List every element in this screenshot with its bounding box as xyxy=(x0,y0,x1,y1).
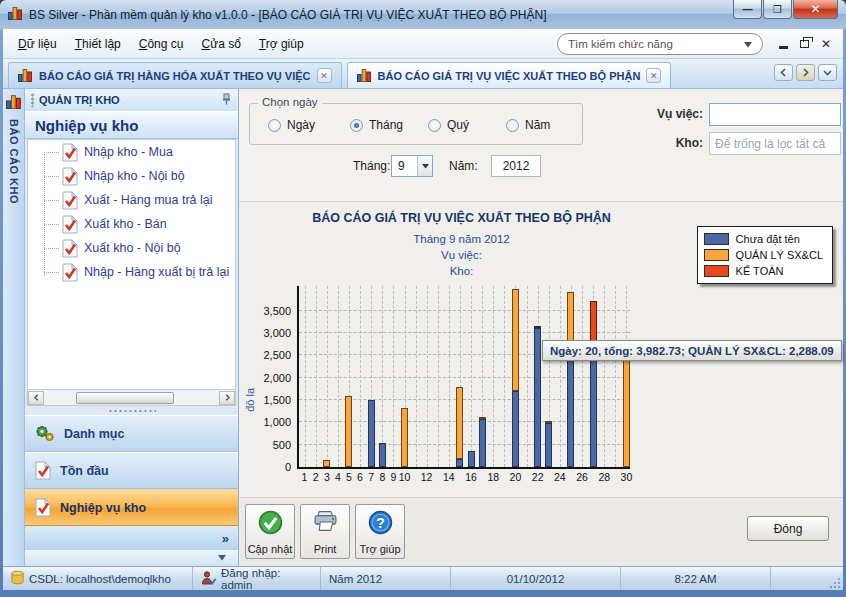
menu-item[interactable]: Trợ giúp xyxy=(250,33,313,55)
bar-segment[interactable] xyxy=(512,289,519,391)
tree-item-label: Xuất kho - Bán xyxy=(84,217,167,231)
doc-check-icon xyxy=(62,239,78,258)
sidebar-nav-button[interactable]: Tồn đầu xyxy=(25,452,238,489)
month-combo[interactable]: 9 xyxy=(391,155,433,177)
menu-item[interactable]: Thiết lập xyxy=(66,33,130,55)
bar-segment[interactable] xyxy=(545,423,552,467)
combo-caret-icon[interactable] xyxy=(417,156,432,176)
sidebar-nav-button[interactable]: Nghiệp vụ kho xyxy=(25,489,238,526)
mdi-close-button[interactable]: ✕ xyxy=(821,38,831,50)
bar-segment[interactable] xyxy=(479,417,486,419)
tab-bar: BÁO CÁO GIÁ TRỊ HÀNG HÓA XUẤT THEO VỤ VI… xyxy=(3,59,843,89)
sidebar-nav-button[interactable]: Danh mục xyxy=(25,415,238,452)
tree-item-label: Nhập kho - Mua xyxy=(84,145,173,159)
tab[interactable]: BÁO CÁO GIÁ TRỊ HÀNG HÓA XUẤT THEO VỤ VI… xyxy=(8,62,342,88)
mdi-restore-button[interactable] xyxy=(800,40,809,48)
report-chart-icon xyxy=(6,94,22,112)
help-button[interactable]: ? Trợ giúp xyxy=(355,504,405,559)
mdi-minimize-button[interactable] xyxy=(779,46,788,49)
bar-segment[interactable] xyxy=(567,292,574,347)
scroll-left-icon[interactable] xyxy=(28,391,44,405)
bar-segment[interactable] xyxy=(590,343,597,468)
restore-button[interactable]: ❒ xyxy=(763,0,792,19)
month-value: 9 xyxy=(398,159,405,173)
tab-scroll-right-icon[interactable] xyxy=(796,64,815,81)
legend-item: QUẢN LÝ SX&CL xyxy=(704,247,823,263)
bar-segment[interactable] xyxy=(623,348,630,467)
menu-item[interactable]: Dữ liệu xyxy=(9,33,66,55)
drag-grip[interactable] xyxy=(31,93,34,107)
bar-segment[interactable] xyxy=(534,328,541,467)
bar-segment[interactable] xyxy=(590,301,597,342)
tree-item[interactable]: Xuất - Hàng mua trả lại xyxy=(28,188,235,212)
bar-segment[interactable] xyxy=(401,408,408,467)
y-tick: 3,500 xyxy=(247,305,291,317)
bar-segment[interactable] xyxy=(534,326,541,329)
tab[interactable]: BÁO CÁO GIÁ TRỊ VỤ VIỆC XUẤT THEO BỘ PHẬ… xyxy=(347,62,672,88)
bar-segment[interactable] xyxy=(323,460,330,467)
close-report-button[interactable]: Đóng xyxy=(747,516,829,541)
tab-scroll-left-icon[interactable] xyxy=(774,64,793,81)
tab-close-icon[interactable]: ✕ xyxy=(646,68,661,83)
x-tick: 30 xyxy=(621,471,633,483)
close-button[interactable]: ✕ xyxy=(793,0,838,19)
radio-tháng[interactable]: Tháng xyxy=(350,118,403,132)
year-input[interactable]: 2012 xyxy=(491,155,541,177)
bar-segment[interactable] xyxy=(545,421,552,423)
combo-caret-icon[interactable] xyxy=(744,38,752,50)
scroll-thumb[interactable] xyxy=(76,392,174,404)
bar-segment[interactable] xyxy=(379,443,386,467)
minimize-button[interactable]: — xyxy=(733,0,762,19)
tree-item-label: Nhập - Hàng xuất bị trả lại xyxy=(84,265,229,279)
tree-item[interactable]: Nhập kho - Nội bộ xyxy=(28,164,235,188)
case-input[interactable] xyxy=(709,103,841,126)
bar-segment[interactable] xyxy=(468,451,475,467)
x-tick: 5 xyxy=(346,471,352,483)
warehouse-input[interactable] xyxy=(709,132,841,155)
tree-item[interactable]: Xuất kho - Bán xyxy=(28,212,235,236)
tree-item[interactable]: Xuất kho - Nội bộ xyxy=(28,236,235,260)
bar-segment[interactable] xyxy=(479,419,486,467)
bar-segment[interactable] xyxy=(368,400,375,467)
doc-check-icon xyxy=(35,498,51,517)
nav-strip[interactable]: BÁO CÁO KHO xyxy=(3,89,25,566)
down-arrow-icon xyxy=(218,555,226,561)
year-label: Năm: xyxy=(449,159,478,173)
print-button[interactable]: Print xyxy=(300,504,350,559)
footer-toolbar: Cập nhật Print ? Trợ giúp Đóng xyxy=(239,497,843,566)
x-tick: 18 xyxy=(487,471,499,483)
function-search-combo[interactable]: Tìm kiếm chức năng xyxy=(557,33,763,55)
sidebar-nav-label: Nghiệp vụ kho xyxy=(60,501,146,515)
help-icon: ? xyxy=(368,510,393,537)
printer-icon xyxy=(313,510,338,534)
bar-segment[interactable] xyxy=(567,347,574,468)
h-scrollbar[interactable] xyxy=(27,390,236,406)
tree-item[interactable]: Nhập - Hàng xuất bị trả lại xyxy=(28,260,235,284)
update-button[interactable]: Cập nhật xyxy=(245,504,295,559)
collapse-chevron-bar[interactable]: » xyxy=(25,526,238,550)
tree-item[interactable]: Nhập kho - Mua xyxy=(28,140,235,164)
bar-segment[interactable] xyxy=(456,459,463,468)
resize-grip[interactable] xyxy=(830,577,841,590)
tab-menu-down-icon[interactable] xyxy=(818,64,837,81)
warehouse-label: Kho: xyxy=(633,136,703,150)
x-tick: 14 xyxy=(443,471,455,483)
scroll-right-icon[interactable] xyxy=(219,391,235,405)
tab-close-icon[interactable]: ✕ xyxy=(317,68,332,83)
y-tick: 1,000 xyxy=(247,416,291,428)
menu-item[interactable]: Công cụ xyxy=(130,33,193,55)
radio-ngày[interactable]: Ngày xyxy=(268,118,315,132)
x-tick: 3 xyxy=(324,471,330,483)
menu-item[interactable]: Cửa sổ xyxy=(192,33,249,55)
splitter-handle[interactable] xyxy=(25,406,238,415)
bar-segment[interactable] xyxy=(456,387,463,459)
bar-segment[interactable] xyxy=(512,391,519,467)
radio-năm[interactable]: Năm xyxy=(506,118,550,132)
gears-icon xyxy=(35,425,55,442)
doc-check-icon xyxy=(62,167,78,186)
overflow-strip[interactable] xyxy=(25,550,238,566)
bar-segment[interactable] xyxy=(345,396,352,467)
pin-icon[interactable] xyxy=(221,93,232,107)
radio-quý[interactable]: Quý xyxy=(428,118,469,132)
gridline xyxy=(360,286,361,467)
